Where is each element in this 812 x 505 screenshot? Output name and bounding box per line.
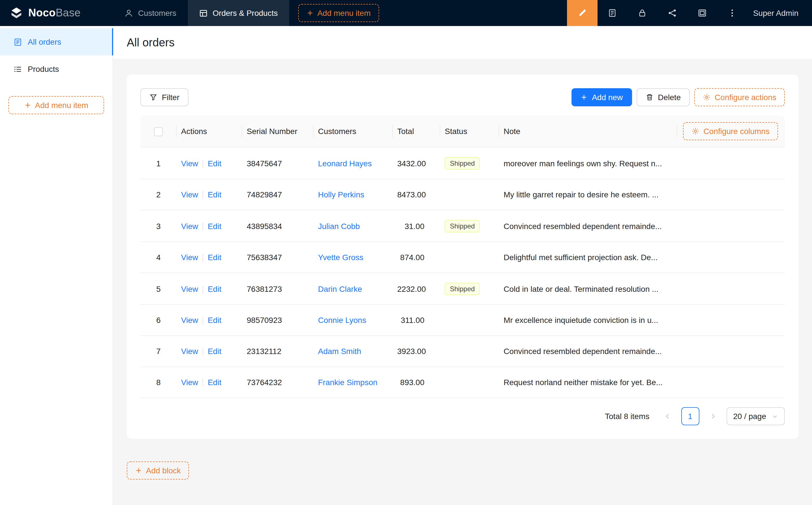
status-tag: Shipped — [445, 283, 480, 295]
sidebar-item-products[interactable]: Products — [0, 55, 113, 82]
note-text: moreover man feelings own shy. Request n… — [504, 159, 662, 168]
serial-number-cell: 73764232 — [242, 367, 313, 398]
table-row: 1 ViewEdit 38475647 Leonard Hayes 3432.0… — [140, 147, 785, 179]
lock-icon — [638, 8, 647, 17]
total-value: 874.00 — [400, 253, 424, 262]
configure-columns-button[interactable]: Configure columns — [683, 122, 778, 140]
status-cell — [440, 336, 499, 367]
chevron-down-icon — [772, 413, 778, 419]
customer-link[interactable]: Holly Perkins — [318, 190, 364, 199]
configure-actions-button[interactable]: Configure actions — [694, 88, 785, 106]
actions-cell: ViewEdit — [176, 336, 242, 367]
customer-link[interactable]: Darin Clarke — [318, 284, 362, 293]
edit-link[interactable]: Edit — [208, 253, 221, 262]
plus-icon — [307, 10, 313, 16]
customer-link[interactable]: Yvette Gross — [318, 253, 363, 262]
add-menu-item-sidebar-button[interactable]: Add menu item — [8, 96, 104, 114]
table-row: 3 ViewEdit 43895834 Julian Cobb 31.00 Sh… — [140, 210, 785, 242]
layout-button[interactable] — [687, 0, 717, 26]
note-text: Delightful met sufficient projection ask… — [504, 253, 658, 262]
view-link[interactable]: View — [181, 347, 198, 356]
orders-table: Actions Serial Number Customers Total St… — [140, 115, 785, 398]
note-cell: Mr excellence inquietude conviction is i… — [499, 305, 677, 336]
view-link[interactable]: View — [181, 221, 198, 230]
serial-number: 74829847 — [247, 190, 282, 199]
view-link[interactable]: View — [181, 159, 198, 168]
document-button[interactable] — [597, 0, 628, 26]
page-title: All orders — [127, 36, 174, 49]
total-cell: 874.00 — [393, 242, 440, 273]
customer-link[interactable]: Frankie Simpson — [318, 378, 377, 387]
edit-link[interactable]: Edit — [208, 190, 221, 199]
customer-link[interactable]: Connie Lyons — [318, 316, 366, 325]
actions-cell: ViewEdit — [176, 305, 242, 336]
edit-link[interactable]: Edit — [208, 159, 221, 168]
column-header-total: Total — [393, 115, 440, 147]
table-icon — [199, 9, 208, 17]
status-cell: Shipped — [440, 210, 499, 242]
sidebar-item-label: All orders — [28, 37, 61, 46]
edit-link[interactable]: Edit — [208, 316, 221, 325]
content-area: Filter Add new — [113, 59, 812, 505]
note-cell: Convinced resembled dependent remainde..… — [499, 210, 677, 242]
action-divider — [202, 317, 203, 325]
row-index: 7 — [156, 347, 161, 356]
row-end-cell — [677, 147, 785, 179]
row-end-cell — [677, 305, 785, 336]
action-divider — [202, 379, 203, 387]
add-menu-item-header-button[interactable]: Add menu item — [298, 4, 379, 22]
api-button[interactable] — [658, 0, 687, 26]
nav-item-orders-products[interactable]: Orders & Products — [187, 0, 289, 26]
app-window: NocoBase Customers O — [0, 0, 812, 505]
view-link[interactable]: View — [181, 284, 198, 293]
lock-button[interactable] — [628, 0, 658, 26]
edit-link[interactable]: Edit — [208, 284, 221, 293]
nav-item-label: Customers — [138, 8, 176, 17]
edit-link[interactable]: Edit — [208, 221, 221, 230]
customer-link[interactable]: Julian Cobb — [318, 221, 360, 230]
next-page-button[interactable] — [704, 407, 722, 425]
add-new-button[interactable]: Add new — [571, 88, 632, 106]
user-menu[interactable]: Super Admin — [748, 8, 812, 17]
customer-link[interactable]: Adam Smith — [318, 347, 361, 356]
page-1-button[interactable]: 1 — [681, 407, 699, 425]
column-header-status: Status — [440, 115, 499, 147]
serial-number: 98570923 — [247, 316, 282, 325]
customer-cell: Frankie Simpson — [313, 367, 393, 398]
view-link[interactable]: View — [181, 378, 198, 387]
filter-button[interactable]: Filter — [140, 88, 188, 106]
actions-cell: ViewEdit — [176, 367, 242, 398]
edit-link[interactable]: Edit — [208, 347, 221, 356]
customer-cell: Julian Cobb — [313, 210, 393, 242]
total-cell: 311.00 — [393, 305, 440, 336]
edit-link[interactable]: Edit — [208, 378, 221, 387]
view-link[interactable]: View — [181, 190, 198, 199]
note-cell: moreover man feelings own shy. Request n… — [499, 147, 677, 179]
table-row: 5 ViewEdit 76381273 Darin Clarke 2232.00… — [140, 273, 785, 305]
page-header: All orders — [113, 26, 812, 59]
chevron-right-icon — [709, 413, 716, 419]
prev-page-button[interactable] — [658, 407, 676, 425]
delete-button[interactable]: Delete — [636, 88, 690, 106]
page-size-select[interactable]: 20 / page — [726, 407, 785, 425]
total-cell: 8473.00 — [393, 179, 440, 210]
row-end-cell — [677, 210, 785, 242]
total-value: 311.00 — [401, 316, 424, 325]
view-link[interactable]: View — [181, 253, 198, 262]
customer-link[interactable]: Leonard Hayes — [318, 159, 372, 168]
action-divider — [202, 191, 203, 199]
trash-icon — [645, 93, 653, 101]
sidebar-item-all-orders[interactable]: All orders — [0, 28, 113, 55]
note-cell: Delightful met sufficient projection ask… — [499, 242, 677, 273]
view-link[interactable]: View — [181, 316, 198, 325]
customer-cell: Holly Perkins — [313, 179, 393, 210]
total-value: 8473.00 — [397, 190, 426, 199]
select-all-checkbox[interactable] — [154, 127, 163, 136]
table-row: 4 ViewEdit 75638347 Yvette Gross 874.00 … — [140, 242, 785, 273]
ui-editor-button[interactable] — [567, 0, 597, 26]
more-button[interactable] — [717, 0, 748, 26]
add-block-button[interactable]: Add block — [127, 462, 189, 480]
nav-item-customers[interactable]: Customers — [113, 0, 187, 26]
row-end-cell — [677, 242, 785, 273]
document-icon — [608, 8, 617, 17]
